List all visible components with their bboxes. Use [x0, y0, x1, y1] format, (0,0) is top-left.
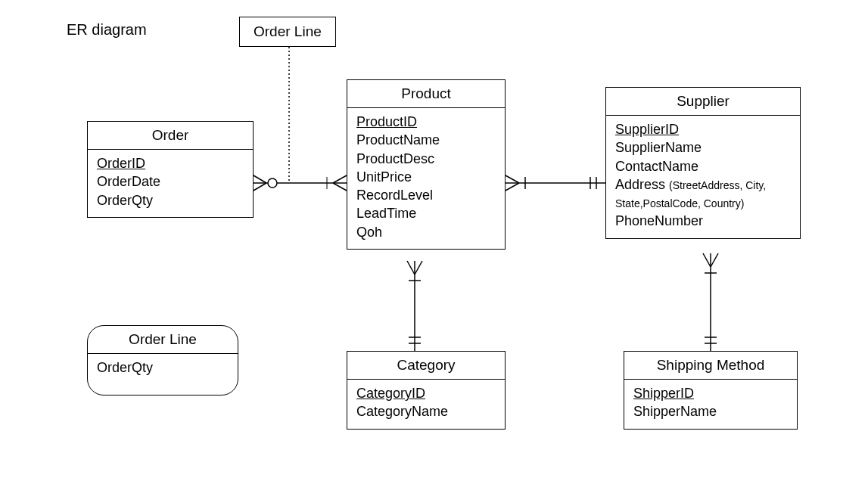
svg-line-22 [711, 253, 718, 267]
entity-shipping-body: ShipperID ShipperName [624, 380, 797, 429]
order-line-label-box: Order Line [239, 17, 336, 47]
svg-line-21 [703, 253, 711, 267]
attr-shipping-name: ShipperName [633, 402, 789, 420]
attr-orderline-qty: OrderQty [97, 358, 230, 377]
entity-orderline-header: Order Line [88, 326, 238, 354]
attr-product-leadtime: LeadTime [356, 204, 497, 222]
svg-line-15 [407, 261, 415, 275]
entity-product-body: ProductID ProductName ProductDesc UnitPr… [347, 108, 505, 249]
attr-product-pk: ProductID [356, 113, 497, 131]
attr-supplier-address: Address (StreetAddress, City, State,Post… [615, 175, 792, 212]
entity-category-header: Category [347, 352, 505, 380]
attr-order-date: OrderDate [97, 172, 245, 191]
attr-product-recordlevel: RecordLevel [356, 186, 497, 204]
entity-supplier: Supplier SupplierID SupplierName Contact… [605, 87, 801, 239]
attr-supplier-contact: ContactName [615, 157, 792, 175]
svg-line-10 [506, 183, 519, 191]
entity-orderline-body: OrderQty [88, 354, 238, 395]
attr-order-qty: OrderQty [97, 191, 245, 209]
entity-order-body: OrderID OrderDate OrderQty [88, 150, 253, 217]
entity-shipping-header: Shipping Method [624, 352, 797, 380]
attr-shipping-pk: ShipperID [633, 384, 789, 402]
attr-category-name: CategoryName [356, 402, 497, 420]
svg-point-4 [268, 178, 277, 188]
attr-supplier-phone: PhoneNumber [615, 212, 792, 230]
entity-category: Category CategoryID CategoryName [347, 351, 506, 430]
entity-product-header: Product [347, 80, 505, 108]
entity-supplier-body: SupplierID SupplierName ContactName Addr… [606, 116, 800, 238]
svg-line-2 [254, 175, 266, 183]
attr-supplier-name: SupplierName [615, 138, 792, 157]
attr-product-name: ProductName [356, 131, 497, 149]
entity-order: Order OrderID OrderDate OrderQty [87, 121, 254, 218]
entity-shipping: Shipping Method ShipperID ShipperName [624, 351, 798, 430]
attr-product-desc: ProductDesc [356, 150, 497, 168]
svg-line-3 [254, 183, 266, 191]
entity-category-body: CategoryID CategoryName [347, 380, 505, 429]
entity-orderline: Order Line OrderQty [87, 325, 238, 395]
diagram-title: ER diagram [67, 21, 147, 39]
entity-product: Product ProductID ProductName ProductDes… [347, 79, 506, 250]
svg-line-5 [333, 175, 347, 183]
attr-order-pk: OrderID [97, 154, 245, 172]
er-diagram-canvas: ER diagram Order Line Order OrderID Orde… [0, 0, 868, 487]
attr-supplier-address-label: Address [615, 177, 665, 192]
attr-category-pk: CategoryID [356, 384, 497, 402]
svg-line-6 [333, 183, 347, 191]
attr-supplier-pk: SupplierID [615, 120, 792, 138]
svg-line-9 [506, 175, 519, 183]
attr-product-price: UnitPrice [356, 168, 497, 186]
attr-product-qoh: Qoh [356, 223, 497, 241]
entity-supplier-header: Supplier [606, 88, 800, 116]
svg-line-16 [415, 261, 422, 275]
entity-order-header: Order [88, 122, 253, 150]
